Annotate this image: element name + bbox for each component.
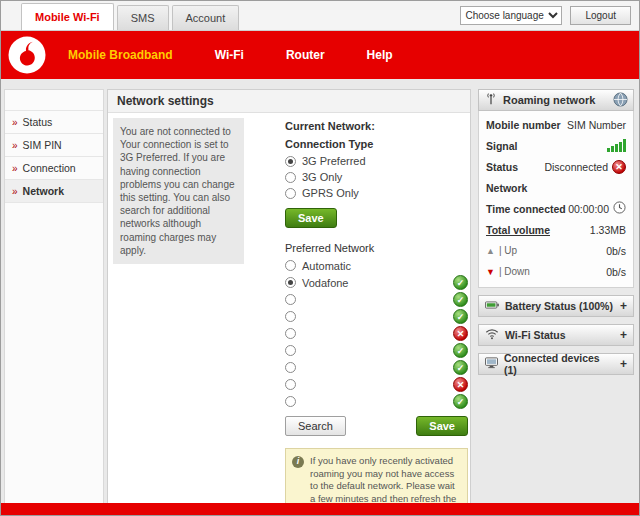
radio-button[interactable] xyxy=(285,156,296,167)
intro-line1: You are not connected to xyxy=(120,125,237,138)
signal-row: Signal xyxy=(486,135,626,156)
top-right-controls: Choose language Logout xyxy=(460,6,631,25)
devices-icon xyxy=(485,357,498,371)
battery-icon xyxy=(485,300,499,312)
preferred-network-option[interactable] xyxy=(285,291,468,308)
footer-bar xyxy=(1,503,639,515)
wifi-status-panel[interactable]: Wi-Fi Status xyxy=(478,324,634,346)
radio-button[interactable] xyxy=(285,260,296,271)
preferred-network-option[interactable]: Vodafone xyxy=(285,274,468,291)
language-select[interactable]: Choose language xyxy=(460,6,562,25)
network-status-icon xyxy=(453,394,468,409)
main-panel: Network settings You are not connected t… xyxy=(107,89,471,506)
nav-item[interactable]: Help xyxy=(367,48,393,62)
total-volume-link[interactable]: Total volume xyxy=(486,224,550,236)
connection-type-option[interactable]: GPRS Only xyxy=(285,185,468,201)
form-buttons: Search Save xyxy=(285,416,468,436)
preferred-network-option[interactable] xyxy=(285,325,468,342)
app-tab[interactable]: Mobile Wi-Fi xyxy=(21,3,114,30)
battery-status-panel[interactable]: Battery Status (100%) xyxy=(478,295,634,317)
mobile-number-row: Mobile number SIM Number xyxy=(486,114,626,135)
page-title: Network settings xyxy=(108,90,470,113)
preferred-network-option[interactable]: Automatic xyxy=(285,257,468,274)
info-icon xyxy=(292,456,304,468)
status-sidebar: Roaming network Mobile number SIM Number… xyxy=(478,89,634,375)
note-text: If you have only recently activated roam… xyxy=(310,455,456,506)
top-bar: Mobile Wi-Fi SMS Account Choose language… xyxy=(1,1,639,31)
preferred-network-option[interactable] xyxy=(285,376,468,393)
nav-item[interactable]: Wi-Fi xyxy=(215,48,244,62)
radio-button[interactable] xyxy=(285,294,296,305)
app-tabs: Mobile Wi-Fi SMS Account xyxy=(21,3,242,30)
preferred-network-list: Automatic Vodafone xyxy=(285,257,468,410)
sidebar-item[interactable]: Connection xyxy=(5,157,103,180)
app-tab[interactable]: SMS xyxy=(117,5,169,30)
download-arrow-icon xyxy=(486,266,495,277)
app-tab-label: Mobile Wi-Fi xyxy=(35,11,100,23)
chevron-right-icon xyxy=(12,185,18,197)
connected-devices-label: Connected devices (1) xyxy=(504,352,614,376)
signal-bars-icon xyxy=(607,139,626,152)
save-connection-type-button[interactable]: Save xyxy=(285,208,337,228)
battery-status-label: Battery Status (100%) xyxy=(505,300,613,312)
connection-type-option[interactable]: 3G Only xyxy=(285,169,468,185)
network-status-icon xyxy=(453,292,468,307)
preferred-network-option[interactable] xyxy=(285,342,468,359)
connection-type-option[interactable]: 3G Preferred xyxy=(285,153,468,169)
nav-item-label: Router xyxy=(286,48,325,62)
roaming-network-body: Mobile number SIM Number Signal Status D… xyxy=(478,111,634,288)
upload-row: | Up 0b/s xyxy=(486,240,626,261)
network-status-icon xyxy=(453,275,468,290)
total-volume-row: Total volume 1.33MB xyxy=(486,219,626,240)
roaming-network-title: Roaming network xyxy=(503,94,608,106)
upload-label: | Up xyxy=(499,245,517,256)
preferred-network-label: Preferred Network xyxy=(285,242,468,254)
sidebar-item[interactable]: SIM PIN xyxy=(5,134,103,157)
search-button[interactable]: Search xyxy=(285,416,346,436)
preferred-network-option[interactable] xyxy=(285,359,468,376)
radio-button[interactable] xyxy=(285,396,296,407)
upload-arrow-icon xyxy=(486,245,495,256)
chevron-right-icon xyxy=(12,162,18,174)
signal-label: Signal xyxy=(486,140,518,152)
network-label: Network xyxy=(486,182,527,194)
sidebar-item-label: Connection xyxy=(23,162,76,174)
logout-button[interactable]: Logout xyxy=(570,6,631,25)
network-form: Current Network: Connection Type 3G Pref… xyxy=(285,120,468,506)
upload-value: 0b/s xyxy=(606,245,626,257)
network-status-icon xyxy=(453,360,468,375)
roaming-antenna-icon xyxy=(484,92,498,108)
connection-type-option-label: GPRS Only xyxy=(302,187,359,199)
connected-devices-panel[interactable]: Connected devices (1) xyxy=(478,353,634,375)
nav-item[interactable]: Router xyxy=(286,48,325,62)
time-connected-row: Time connected 00:00:00 xyxy=(486,198,626,219)
radio-button[interactable] xyxy=(285,362,296,373)
radio-button[interactable] xyxy=(285,379,296,390)
preferred-network-option-label: Automatic xyxy=(302,260,351,272)
expand-plus-icon xyxy=(620,357,627,371)
sidebar-item[interactable]: Status xyxy=(5,110,103,134)
radio-button[interactable] xyxy=(285,328,296,339)
sidebar-item[interactable]: Network xyxy=(5,180,103,203)
radio-button[interactable] xyxy=(285,345,296,356)
intro-line2: Your connection is set to 3G Preferred. … xyxy=(120,138,237,257)
radio-button[interactable] xyxy=(285,188,296,199)
radio-button[interactable] xyxy=(285,311,296,322)
nav-item[interactable]: Mobile Broadband xyxy=(68,48,173,62)
mobile-number-label: Mobile number xyxy=(486,119,561,131)
app-tab-label: SMS xyxy=(131,12,155,24)
status-label: Status xyxy=(486,161,518,173)
save-preferred-network-button[interactable]: Save xyxy=(416,416,468,436)
mobile-number-value: SIM Number xyxy=(567,119,626,131)
radio-button[interactable] xyxy=(285,277,296,288)
roaming-network-header: Roaming network xyxy=(478,89,634,111)
download-row: | Down 0b/s xyxy=(486,261,626,282)
radio-button[interactable] xyxy=(285,172,296,183)
preferred-network-option[interactable] xyxy=(285,393,468,410)
network-status-icon xyxy=(453,309,468,324)
total-volume-value: 1.33MB xyxy=(590,224,626,236)
network-status-icon xyxy=(453,326,468,341)
app-tab[interactable]: Account xyxy=(172,5,240,30)
preferred-network-option[interactable] xyxy=(285,308,468,325)
nav-item-label: Help xyxy=(367,48,393,62)
